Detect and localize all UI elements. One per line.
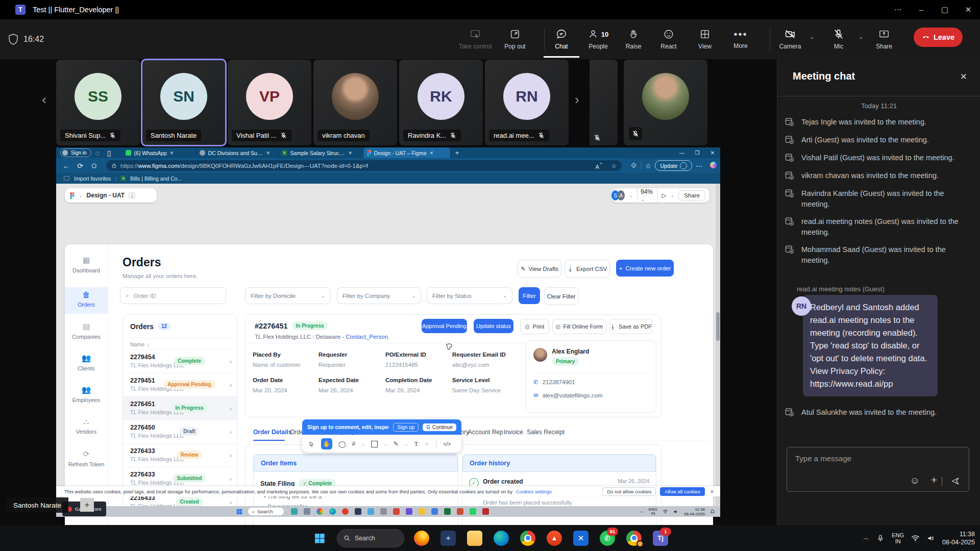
raise-button[interactable]: Raise: [616, 22, 651, 56]
taskbar-search-box[interactable]: Search: [337, 529, 404, 547]
react-button[interactable]: React: [651, 22, 687, 56]
brave-button[interactable]: ▲: [541, 531, 568, 546]
taskbar-app-icon[interactable]: [431, 508, 438, 515]
present-icon[interactable]: ▷: [662, 192, 667, 199]
favorite-star-icon[interactable]: ☆: [611, 162, 617, 169]
minimize-icon[interactable]: –: [910, 0, 933, 19]
favorites-item[interactable]: Bills | Billing and Co...: [130, 176, 182, 182]
close-tab-icon[interactable]: ✕: [429, 151, 433, 156]
video-tile-partial[interactable]: [590, 60, 618, 145]
camera-chevron-icon[interactable]: ⌄: [810, 34, 814, 40]
read-aloud-icon[interactable]: A⌃: [595, 162, 603, 170]
sidebar-item-employees[interactable]: 👥Employees: [65, 385, 108, 403]
collaborator-avatar[interactable]: A: [617, 190, 625, 201]
attach-plus-icon[interactable]: +: [931, 474, 937, 486]
volume-icon[interactable]: [673, 509, 679, 514]
gmail-icon[interactable]: [393, 508, 400, 515]
back-icon[interactable]: ←: [59, 162, 73, 170]
window-restore-icon[interactable]: ❐: [690, 150, 705, 156]
chat-input[interactable]: [794, 454, 949, 463]
clear-filter-button[interactable]: Clear Filter: [544, 287, 578, 305]
order-row-selected[interactable]: 2276451TL Flex Holdings LLC In Progress›: [123, 396, 237, 420]
company-filter-dropdown[interactable]: Filter by Company⌄: [337, 287, 421, 304]
update-status-button[interactable]: Update status: [474, 319, 513, 333]
sidebar-item-companies[interactable]: ▤Companies: [65, 322, 108, 340]
app-button[interactable]: ✦: [435, 531, 461, 546]
chevron-down-icon[interactable]: ⌄: [79, 193, 83, 198]
pdf-icon[interactable]: [482, 508, 489, 515]
chat-input-box[interactable]: ☺ + |: [787, 447, 969, 492]
browser-copilot-icon[interactable]: ◌: [91, 149, 104, 157]
send-icon[interactable]: [950, 476, 961, 486]
components-icon[interactable]: ⁘: [424, 441, 429, 447]
file-explorer-button[interactable]: [461, 531, 488, 546]
browser-tab-active[interactable]: Design - UAT – Figma✕: [363, 147, 451, 158]
order-id-search[interactable]: ⌕: [120, 287, 226, 304]
fill-online-form-button[interactable]: ⎙Fill Online Form: [552, 319, 606, 334]
hand-tool-icon-active[interactable]: ✋: [321, 438, 332, 449]
view-drafts-button[interactable]: ✎View Drafts: [518, 260, 561, 278]
close-cookie-icon[interactable]: ✕: [710, 489, 714, 494]
tray-chevron-icon[interactable]: ︿: [640, 509, 644, 514]
contact-phone[interactable]: 2123874901: [543, 379, 575, 385]
chat-button[interactable]: Chat: [544, 22, 579, 58]
taskbar-app-icon[interactable]: [355, 508, 361, 515]
maximize-icon[interactable]: ▢: [933, 0, 957, 19]
new-tab-icon[interactable]: +: [451, 149, 464, 157]
taskbar-app-icon[interactable]: [368, 508, 374, 515]
app-x-button[interactable]: ✕: [568, 531, 594, 546]
window-minimize-icon[interactable]: —: [674, 150, 690, 156]
emoji-icon[interactable]: ☺: [910, 475, 920, 486]
window-close-icon[interactable]: ✕: [705, 150, 720, 156]
figma-share-button[interactable]: Share: [678, 190, 705, 201]
video-tile-active-speaker[interactable]: SN Santosh Narate: [142, 60, 226, 145]
video-tile-self[interactable]: [624, 60, 707, 145]
browser-scrollbar[interactable]: [716, 184, 720, 506]
video-tile[interactable]: SS Shivani Sup...: [56, 60, 140, 145]
chevron-down-icon[interactable]: ⌄: [671, 193, 675, 198]
allow-cookies-button[interactable]: Allow all cookies: [660, 487, 705, 496]
browser-essentials-icon[interactable]: ⟐: [627, 161, 641, 170]
tab-invoice[interactable]: Invoice: [504, 429, 523, 436]
contact-email[interactable]: alex@vstatefilings.com: [543, 392, 603, 398]
chrome-button[interactable]: [514, 531, 541, 546]
favorites-bar-icon[interactable]: ☆: [641, 162, 655, 170]
taskbar-app-icon[interactable]: [419, 508, 425, 515]
export-csv-button[interactable]: ⭳Export CSV: [565, 260, 610, 278]
sidebar-item-clients[interactable]: 👥Clients: [65, 354, 108, 371]
browser-profile-button[interactable]: Sign in: [60, 148, 91, 157]
chevron-down-icon[interactable]: ⌄: [629, 193, 633, 198]
save-as-pdf-button[interactable]: ⭳Save as PDF: [609, 319, 652, 334]
pen-tool-icon[interactable]: ✎: [394, 440, 399, 447]
taskbar-app-icon[interactable]: [304, 508, 310, 515]
people-button[interactable]: 10 People: [578, 22, 618, 56]
close-icon[interactable]: ✕: [957, 0, 980, 19]
close-tab-icon[interactable]: ✕: [170, 151, 174, 156]
browser-tab[interactable]: (6) WhatsApp✕: [122, 147, 196, 158]
taskbar-app-icon[interactable]: [380, 508, 387, 515]
tray-chevron-icon[interactable]: ︿: [863, 534, 869, 542]
presenter-search-box[interactable]: ⌕Search: [248, 508, 284, 515]
teams-button[interactable]: Tj1: [647, 531, 674, 546]
create-new-order-button[interactable]: +Create new order: [616, 260, 674, 277]
figma-file-name[interactable]: Design - UAT: [87, 192, 125, 199]
favorites-item[interactable]: Import favorites: [74, 176, 111, 182]
close-chat-icon[interactable]: ✕: [960, 71, 967, 82]
video-tile[interactable]: RN read.ai mee...: [485, 60, 569, 145]
wifi-icon[interactable]: [663, 509, 668, 514]
volume-icon[interactable]: [927, 535, 935, 542]
whatsapp-button[interactable]: ✆81: [594, 531, 621, 546]
filter-button[interactable]: Filter: [519, 287, 540, 304]
text-tool-icon[interactable]: T: [414, 440, 418, 448]
tab-actions-icon[interactable]: ▯: [104, 149, 115, 157]
presenter-language[interactable]: ENGIN: [649, 508, 657, 516]
leave-button[interactable]: Leave: [914, 28, 963, 47]
order-row[interactable]: 2276433TL Flex Holdings LLC Review›: [123, 443, 237, 467]
refresh-icon[interactable]: ⟳: [73, 162, 87, 170]
order-row[interactable]: 2279454TL Flex Holdings LLC Complete›: [123, 349, 237, 373]
edge-icon[interactable]: [329, 508, 336, 515]
sidebar-item-orders[interactable]: 🗑Orders: [65, 290, 108, 308]
start-icon[interactable]: [236, 508, 243, 515]
figma-logo-icon[interactable]: [70, 192, 75, 199]
chrome-profile-button[interactable]: [621, 531, 647, 546]
